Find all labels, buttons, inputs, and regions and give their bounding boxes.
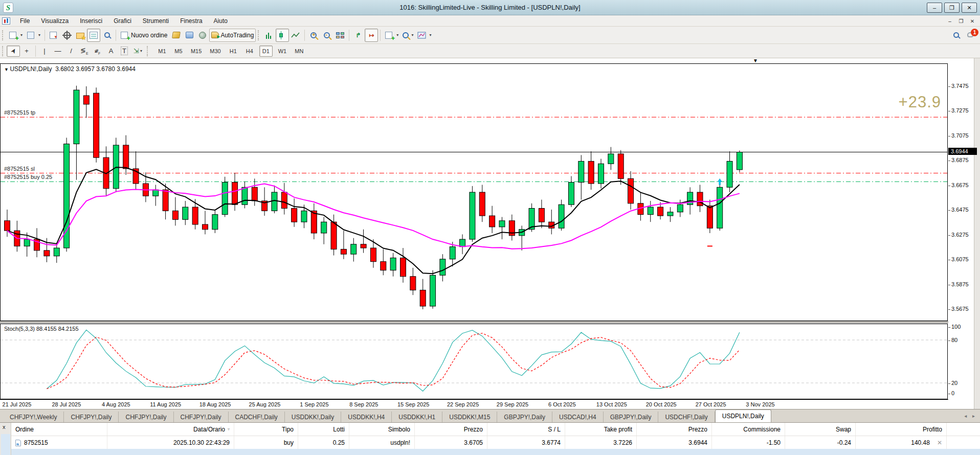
chevron-down-icon[interactable]: ▾ [38, 33, 40, 37]
timeframe-d1[interactable]: D1 [259, 46, 273, 57]
new-order-button[interactable]: + Nuovo ordine [118, 29, 169, 42]
menu-inserisci[interactable]: Inserisci [74, 16, 108, 26]
collapse-arrow-icon[interactable]: ▼ [4, 67, 10, 72]
profiles-button[interactable]: ▾ [25, 29, 42, 42]
minimize-button[interactable]: – [927, 3, 942, 13]
chart-tab[interactable]: USDPLN!,Daily [715, 410, 771, 422]
mdi-close-button[interactable]: ✕ [967, 16, 978, 26]
timeframe-m1[interactable]: M1 [155, 46, 169, 57]
timeframe-mn[interactable]: MN [292, 46, 306, 57]
tab-scroll-arrows[interactable]: ◂ ▸ [964, 413, 977, 419]
column-header-tipo[interactable]: Tipo [234, 423, 298, 436]
chart-tab[interactable]: USDCAD!,H4 [552, 412, 604, 422]
orders-table-row[interactable]: 87525152025.10.30 22:43:29buy0.25usdpln!… [11, 436, 980, 449]
column-header-s-l[interactable]: S / L [487, 423, 565, 436]
column-header-take-profit[interactable]: Take profit [565, 423, 637, 436]
zoom-out-button[interactable]: - [320, 29, 333, 42]
column-header-commissione[interactable]: Commissione [712, 423, 785, 436]
auto-scroll-button[interactable]: ↱ [351, 29, 365, 42]
chart-tab[interactable]: GBPJPY!,Daily [497, 412, 552, 422]
data-window-button[interactable] [60, 29, 74, 42]
vertical-line-button[interactable]: | [38, 46, 51, 57]
tile-windows-button[interactable] [333, 29, 347, 42]
chart-shift-button[interactable]: ↦ [365, 29, 378, 42]
column-header-data-orario[interactable]: Data/Orario▿ [107, 423, 234, 436]
menu-finestra[interactable]: Finestra [174, 16, 208, 26]
chevron-down-icon[interactable]: ▾ [396, 33, 398, 37]
menu-strumenti[interactable]: Strumenti [137, 16, 174, 26]
new-chart-button[interactable]: + ▾ [7, 29, 25, 42]
chevron-down-icon[interactable]: ▾ [429, 33, 431, 37]
chart-tab[interactable]: USDDKK!,H4 [341, 412, 392, 422]
toolbar-grip[interactable] [258, 30, 260, 40]
timeframe-m30[interactable]: M30 [207, 46, 223, 57]
column-header-swap[interactable]: Swap [785, 423, 856, 436]
strategy-tester-button[interactable] [100, 29, 114, 42]
buy-line-label[interactable]: #8752515 buy 0.25 [4, 174, 52, 180]
column-header-profitto[interactable]: Profitto [856, 423, 947, 436]
search-icon[interactable] [953, 32, 959, 38]
crosshair-tool-button[interactable]: + [20, 46, 33, 57]
chart-shift-marker-icon[interactable]: ▼ [753, 58, 758, 63]
trendline-button[interactable]: / [64, 46, 78, 57]
menu-aiuto[interactable]: Aiuto [208, 16, 233, 26]
toolbar-grip[interactable] [147, 46, 149, 56]
chevron-down-icon[interactable]: ▾ [140, 49, 142, 53]
chart-tab[interactable]: CHFJPY!,Daily [64, 412, 119, 422]
toolbar-grip[interactable] [2, 30, 5, 40]
cursor-tool-button[interactable]: ➤ [7, 46, 20, 57]
terminal-close-button[interactable]: x [3, 424, 6, 430]
column-header-ordine[interactable]: Ordine [11, 423, 107, 436]
chart-tab[interactable]: USDDKK!,H1 [392, 412, 442, 422]
notifications-icon[interactable]: 1 [966, 31, 975, 39]
chart-tab[interactable]: CHFJPY!,Daily [119, 412, 173, 422]
shapes-button[interactable]: ⇲▾ [131, 46, 145, 57]
column-header-lotti[interactable]: Lotti [298, 423, 349, 436]
autotrading-button[interactable]: AutoTrading [209, 29, 256, 42]
indicators-button[interactable]: +▾ [383, 29, 400, 42]
column-header-prezzo[interactable]: Prezzo [637, 423, 712, 436]
timeframe-h1[interactable]: H1 [227, 46, 240, 57]
stochastic-panel-svg[interactable] [0, 324, 948, 399]
chart-tab[interactable]: USDDKK!,Daily [285, 412, 341, 422]
market-watch-button[interactable] [47, 29, 60, 42]
chart-tab[interactable]: USDCHF!,Daily [658, 412, 715, 422]
restore-button[interactable]: ❐ [944, 3, 960, 13]
timeframe-h4[interactable]: H4 [243, 46, 256, 57]
chart-tab[interactable]: GBPJPY!,Daily [604, 412, 659, 422]
periods-button[interactable]: ▾ [400, 29, 415, 42]
bar-chart-button[interactable] [262, 29, 276, 42]
text-tool-button[interactable]: A [104, 46, 118, 57]
channel-button[interactable]: ⸙F [91, 46, 104, 57]
line-chart-button[interactable] [289, 29, 302, 42]
community-button[interactable] [196, 29, 209, 42]
timeframe-m5[interactable]: M5 [172, 46, 185, 57]
close-button[interactable]: ✕ [962, 3, 977, 13]
chevron-down-icon[interactable]: ▾ [411, 33, 413, 37]
timeframe-w1[interactable]: W1 [276, 46, 289, 57]
tp-line-label[interactable]: #8752515 tp [4, 109, 35, 116]
panel-divider[interactable] [0, 321, 948, 323]
chart-tab[interactable]: CHFJPY!,Weekly [3, 412, 64, 422]
price-chart-svg[interactable] [0, 63, 948, 322]
chart-tab[interactable]: CADCHF!,Daily [229, 412, 285, 422]
menu-visualizza[interactable]: Visualizza [35, 16, 74, 26]
zoom-in-button[interactable]: + [307, 29, 320, 42]
mdi-minimize-button[interactable]: – [944, 16, 955, 26]
menu-file[interactable]: File [14, 16, 35, 26]
virtual-hosting-button[interactable] [183, 29, 196, 42]
candlestick-button[interactable] [276, 29, 289, 42]
chart-tab[interactable]: CHFJPY!,Daily [174, 412, 229, 422]
column-header-simbolo[interactable]: Simbolo [349, 423, 415, 436]
time-axis[interactable]: 21 Jul 202528 Jul 20254 Aug 202511 Aug 2… [0, 399, 948, 409]
timeframe-m15[interactable]: M15 [188, 46, 204, 57]
label-tool-button[interactable]: T [118, 46, 131, 57]
close-position-button[interactable]: ✕ [937, 439, 942, 446]
navigator-button[interactable]: ★ [74, 29, 87, 42]
mdi-restore-button[interactable]: ❐ [955, 16, 967, 26]
terminal-button[interactable] [87, 29, 100, 42]
column-header-prezzo[interactable]: Prezzo [415, 423, 487, 436]
chevron-down-icon[interactable]: ▾ [20, 33, 23, 37]
sort-icon[interactable]: ▿ [228, 427, 230, 431]
metaeditor-button[interactable] [169, 29, 183, 42]
